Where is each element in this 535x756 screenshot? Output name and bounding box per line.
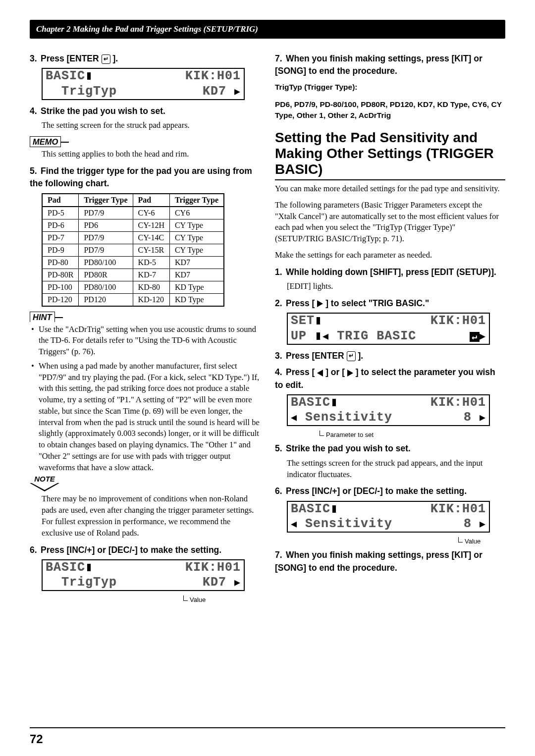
step-5-left: 5.Find the trigger type for the pad you …	[30, 165, 260, 190]
value-annotation-left: Value	[183, 596, 260, 603]
table-row: PD-80PD80/100KD-5KD7	[42, 256, 224, 269]
step-3-left: 3.Press [ENTER ↵ ].	[30, 53, 260, 65]
lcd-screen-r2: BASIC▮KIK:H01 ◀ Sensitivity8 ▶	[287, 394, 490, 427]
memo-text: This setting applies to both the head an…	[42, 149, 260, 160]
table-row: PD-80RPD80RKD-7KD7	[42, 269, 224, 281]
page: Chapter 2 Making the Pad and Trigger Set…	[0, 0, 535, 756]
step-4-right: 4.Press [ ] or [ ] to select the paramet…	[275, 366, 505, 391]
table-row: PD-100PD80/100KD-80KD Type	[42, 281, 224, 293]
enter-icon: ↵	[347, 351, 356, 361]
right-arrow-icon	[347, 370, 353, 377]
value-annotation-right: Value	[458, 538, 505, 545]
step-3-right: 3.Press [ENTER ↵ ].	[275, 350, 505, 362]
page-number: 72	[30, 732, 43, 746]
table-row: PD-6PD6CY-12HCY Type	[42, 219, 224, 231]
trigtyp-values: PD6, PD7/9, PD-80/100, PD80R, PD120, KD7…	[275, 99, 505, 120]
step-5-right: 5.Strike the pad you wish to set.	[275, 442, 505, 455]
step-5-body: The settings screen for the struck pad a…	[287, 458, 505, 481]
list-item: Use the "AcDrTrig" setting when you use …	[30, 324, 260, 358]
table-row: PD-120PD120KD-120KD Type	[42, 293, 224, 306]
intro-p2: The following parameters (Basic Trigger …	[275, 200, 505, 245]
memo-label: MEMO	[30, 136, 260, 147]
step-6-left: 6.Press [INC/+] or [DEC/-] to make the s…	[30, 544, 260, 556]
lcd-screen-r1: SET▮KIK:H01 UP ▮◀ TRIG BASIC↵▶	[287, 313, 490, 345]
right-column: 7.When you finish making settings, press…	[275, 49, 505, 603]
intro-p3: Make the settings for each parameter as …	[275, 250, 505, 261]
table-row: PD-5PD7/9CY-6CY6	[42, 207, 224, 219]
step-1-body: [EDIT] lights.	[287, 281, 505, 292]
bottom-rule	[30, 727, 505, 728]
hint-list: Use the "AcDrTrig" setting when you use …	[30, 324, 260, 474]
table-header-row: PadTrigger TypePadTrigger Type	[42, 194, 224, 207]
step-7-right-top: 7.When you finish making settings, press…	[275, 53, 505, 78]
table-row: PD-9PD7/9CY-15RCY Type	[42, 244, 224, 256]
trigtyp-label: TrigTyp (Trigger Type):	[275, 83, 505, 92]
note-text: There may be no improvement of condition…	[42, 493, 260, 539]
trigger-type-table: PadTrigger TypePadTrigger Type PD-5PD7/9…	[42, 193, 224, 307]
lcd-screen-1: BASIC▮KIK:H01 TrigTypKD7 ▶	[42, 68, 245, 100]
left-arrow-icon	[317, 370, 323, 377]
right-arrow-icon	[317, 300, 323, 307]
param-annotation: Parameter to set	[320, 431, 505, 438]
table-row: PD-7PD7/9CY-14CCY Type	[42, 231, 224, 244]
lcd-screen-r3: BASIC▮KIK:H01 ◀ Sensitivity8 ▶	[287, 501, 490, 533]
chapter-header: Chapter 2 Making the Pad and Trigger Set…	[30, 20, 505, 39]
section-heading: Setting the Pad Sensitivity and Making O…	[275, 130, 505, 181]
step-1-right: 1.While holding down [SHIFT], press [EDI…	[275, 266, 505, 278]
intro-p1: You can make more detailed settings for …	[275, 183, 505, 195]
step-2-right: 2.Press [ ] to select "TRIG BASIC."	[275, 297, 505, 310]
enter-icon: ↵	[102, 54, 110, 64]
lcd-screen-2: BASIC▮KIK:H01 TrigTypKD7 ▶	[42, 559, 245, 592]
step-4-body: The setting screen for the struck pad ap…	[42, 120, 260, 131]
list-item: When using a pad made by another manufac…	[30, 361, 260, 474]
left-column: 3.Press [ENTER ↵ ]. BASIC▮KIK:H01 TrigTy…	[30, 49, 260, 603]
step-4-left: 4.Strike the pad you wish to set.	[30, 105, 260, 117]
step-7-right-bottom: 7.When you finish making settings, press…	[275, 549, 505, 574]
step-6-right: 6.Press [INC/+] or [DEC/-] to make the s…	[275, 485, 505, 497]
note-label: NOTE	[30, 476, 260, 486]
hint-label: HINT	[30, 312, 260, 322]
